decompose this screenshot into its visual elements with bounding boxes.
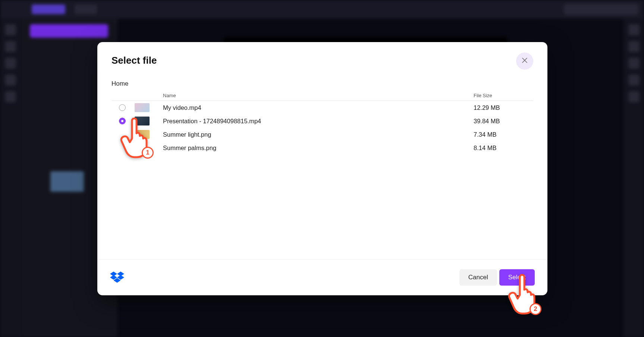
select-button[interactable]: Select	[499, 269, 535, 286]
file-name: Summer palms.png	[163, 144, 474, 152]
file-size: 7.34 MB	[474, 131, 533, 138]
modal-title: Select file	[111, 55, 157, 66]
file-name: Presentation - 1724894098815.mp4	[163, 118, 474, 125]
close-button[interactable]	[516, 53, 533, 70]
file-table: Name File Size My video.mp4 12.29 MB Pre…	[97, 90, 547, 259]
dropbox-icon	[110, 271, 124, 283]
cancel-button[interactable]: Cancel	[459, 269, 497, 286]
modal-footer: Cancel Select	[97, 259, 547, 295]
file-size: 39.84 MB	[474, 118, 533, 125]
file-name: My video.mp4	[163, 104, 474, 111]
radio-selected[interactable]	[119, 118, 126, 124]
file-size: 12.29 MB	[474, 104, 533, 111]
table-row[interactable]: Presentation - 1724894098815.mp4 39.84 M…	[111, 114, 533, 128]
file-thumbnail	[135, 117, 150, 125]
column-size: File Size	[474, 93, 533, 98]
file-size: 8.14 MB	[474, 144, 533, 152]
table-row[interactable]: Summer light.png 7.34 MB	[111, 128, 533, 141]
file-thumbnail	[135, 103, 150, 112]
table-header: Name File Size	[111, 90, 533, 101]
radio-unselected[interactable]	[119, 104, 126, 111]
select-file-modal: Select file Home Name File Size My video…	[97, 42, 547, 295]
file-thumbnail	[135, 130, 150, 139]
close-icon	[522, 58, 527, 64]
table-row[interactable]: My video.mp4 12.29 MB	[111, 101, 533, 114]
table-row[interactable]: Summer palms.png 8.14 MB	[111, 141, 533, 155]
file-name: Summer light.png	[163, 131, 474, 138]
column-name: Name	[163, 93, 474, 98]
breadcrumb[interactable]: Home	[97, 73, 547, 90]
